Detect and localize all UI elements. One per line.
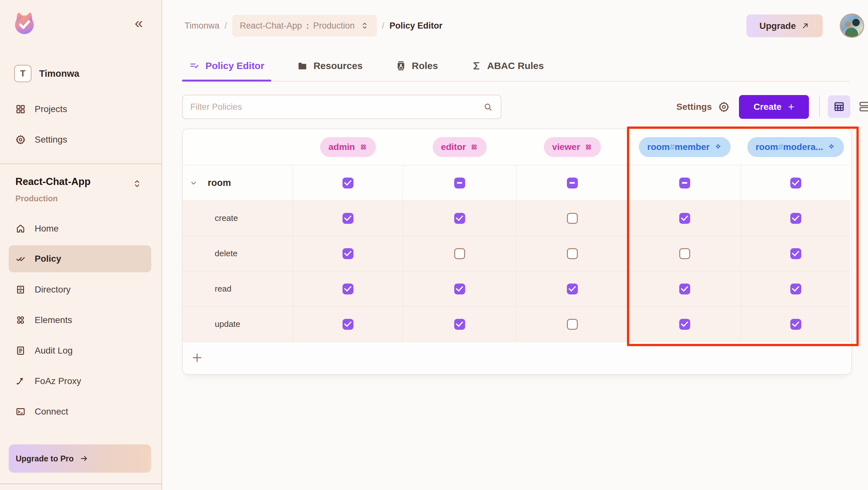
permission-cell <box>293 236 403 271</box>
permission-cell <box>403 271 517 307</box>
role-dots-icon <box>359 143 368 151</box>
folder-icon <box>297 60 308 71</box>
toolbar-divider <box>819 96 820 117</box>
home-icon <box>16 223 26 234</box>
sidebar-main-nav: HomePolicyDirectoryElementsAudit LogFoAz… <box>0 213 161 427</box>
upgrade-to-pro-button[interactable]: Upgrade to Pro <box>9 445 151 473</box>
permission-cell <box>403 165 517 201</box>
checkbox-read-room-modera-[interactable] <box>790 283 801 295</box>
sidebar-collapse-button[interactable]: « <box>134 16 143 30</box>
permission-cell <box>741 201 850 236</box>
sidebar-item-connect[interactable]: Connect <box>0 396 161 427</box>
permission-cell <box>293 307 403 342</box>
sidebar-item-home[interactable]: Home <box>0 213 161 244</box>
column-badge-room-modera-[interactable]: room#modera... <box>747 137 844 157</box>
column-header-cell: editor <box>403 129 517 165</box>
checkbox-delete-room-member[interactable] <box>679 248 690 259</box>
row-label-text: create <box>215 213 238 223</box>
checkbox-room-viewer[interactable] <box>567 178 578 188</box>
checkbox-create-room-modera-[interactable] <box>790 213 801 224</box>
breadcrumb-workspace[interactable]: Timonwa <box>185 21 220 31</box>
sidebar-item-settings[interactable]: Settings <box>0 124 161 155</box>
checkbox-delete-admin[interactable] <box>342 248 353 259</box>
tab-roles[interactable]: Roles <box>389 51 445 81</box>
row-label-text: read <box>215 284 231 294</box>
tab-resources[interactable]: Resources <box>290 51 370 81</box>
checkbox-read-room-member[interactable] <box>679 283 690 295</box>
search-icon <box>483 102 493 112</box>
column-badge-room-member[interactable]: room#member <box>639 137 731 157</box>
sidebar-bottom-divider <box>0 484 161 484</box>
sidebar-item-label: FoAz Proxy <box>35 376 81 386</box>
checkbox-create-viewer[interactable] <box>567 213 578 224</box>
create-button[interactable]: Create + <box>739 95 809 119</box>
permit-logo[interactable] <box>11 10 37 36</box>
column-badge-viewer[interactable]: viewer <box>544 137 601 157</box>
checkbox-room-room-modera-[interactable] <box>790 178 801 188</box>
breadcrumb-project: React-Chat-App <box>240 21 302 31</box>
expand-chevron-icon[interactable] <box>189 179 198 187</box>
checkbox-room-editor[interactable] <box>454 178 465 188</box>
sidebar-item-policy[interactable]: Policy <box>9 245 151 272</box>
checkbox-delete-editor[interactable] <box>454 248 465 259</box>
checkbox-update-viewer[interactable] <box>567 319 578 330</box>
policy-matrix: admineditorviewerroom#memberroom#modera.… <box>182 128 852 375</box>
user-avatar[interactable] <box>840 13 864 38</box>
sidebar-item-label: Directory <box>35 284 71 295</box>
permission-cell <box>293 165 403 201</box>
tab-policy-editor[interactable]: Policy Editor <box>182 51 271 81</box>
permission-cell <box>628 271 741 307</box>
checkbox-read-editor[interactable] <box>454 283 465 295</box>
checkbox-update-editor[interactable] <box>454 319 465 330</box>
checkbox-read-viewer[interactable] <box>567 283 578 295</box>
checkbox-update-room-modera-[interactable] <box>790 319 801 330</box>
checkbox-create-editor[interactable] <box>454 213 465 224</box>
workspace-name: Timonwa <box>39 68 79 79</box>
sidebar-item-elements[interactable]: Elements <box>0 305 161 335</box>
policy-settings-label: Settings <box>676 102 712 112</box>
project-name: React-Chat-App <box>16 176 91 187</box>
sidebar-top-nav: ProjectsSettings <box>0 94 161 155</box>
filter-policies-input[interactable] <box>182 95 501 119</box>
checkbox-read-admin[interactable] <box>342 283 353 295</box>
list-view-toggle[interactable] <box>856 98 868 115</box>
breadcrumb-project-env-pill[interactable]: React-Chat-App : Production <box>232 15 377 37</box>
breadcrumb-environment: Production <box>313 21 355 31</box>
environment-switcher-icon[interactable] <box>132 179 142 189</box>
column-badge-admin[interactable]: admin <box>320 137 376 157</box>
column-header-cell: room#modera... <box>741 129 850 165</box>
sidebar-item-directory[interactable]: Directory <box>0 274 161 305</box>
column-badge-editor[interactable]: editor <box>433 137 487 157</box>
upgrade-button[interactable]: Upgrade <box>746 14 823 37</box>
policy-settings-button[interactable]: Settings <box>676 99 730 115</box>
sidebar-item-foaz-proxy[interactable]: FoAz Proxy <box>0 366 161 396</box>
breadcrumb: Timonwa / React-Chat-App : Production / … <box>185 14 442 37</box>
sidebar-item-audit-log[interactable]: Audit Log <box>0 335 161 366</box>
tab-abac-rules[interactable]: ABAC Rules <box>464 51 551 81</box>
checkbox-room-admin[interactable] <box>342 178 353 188</box>
tab-label: Roles <box>412 60 438 71</box>
roles-icon <box>396 60 406 71</box>
tab-label: Resources <box>313 60 363 71</box>
sigma-icon <box>471 60 482 71</box>
checkbox-update-room-member[interactable] <box>679 319 690 330</box>
checkbox-update-admin[interactable] <box>342 319 353 330</box>
checkbox-delete-viewer[interactable] <box>567 248 578 259</box>
checkbox-create-admin[interactable] <box>342 213 353 224</box>
upgrade-button-label: Upgrade <box>760 21 796 31</box>
checkbox-delete-room-modera-[interactable] <box>790 248 801 259</box>
grid-view-icon <box>833 100 845 113</box>
checkbox-room-room-member[interactable] <box>679 178 690 188</box>
sparkle-icon <box>714 143 722 151</box>
create-button-label: Create <box>753 102 781 112</box>
sidebar-item-label: Policy <box>35 254 61 264</box>
breadcrumb-separator: / <box>382 21 384 31</box>
add-row-button[interactable] <box>191 351 203 364</box>
sparkle-icon <box>827 143 836 151</box>
workspace-switcher[interactable]: T Timonwa <box>14 65 79 82</box>
projects-grid-icon <box>16 104 26 114</box>
sidebar-item-projects[interactable]: Projects <box>0 94 161 124</box>
checkbox-create-room-member[interactable] <box>679 213 690 224</box>
audit-log-icon <box>16 345 26 356</box>
grid-view-toggle[interactable] <box>828 95 850 118</box>
